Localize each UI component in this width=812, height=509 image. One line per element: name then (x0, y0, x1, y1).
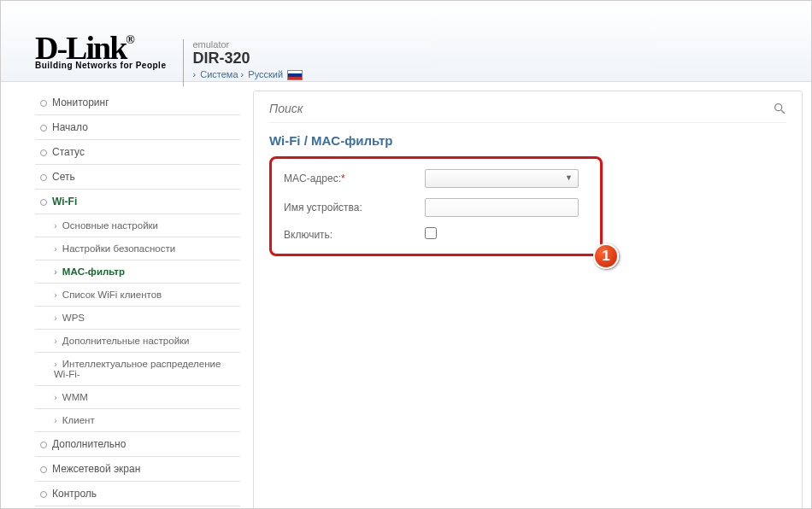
logo-subtitle: Building Networks for People (35, 61, 166, 70)
logo: D-Link® Building Networks for People (35, 9, 166, 70)
device-name-input[interactable] (425, 198, 579, 217)
breadcrumb-lang[interactable]: Русский (248, 69, 283, 79)
breadcrumb-system[interactable]: Система (200, 69, 238, 79)
ru-flag-icon[interactable] (287, 70, 303, 80)
sidebar-sub-wps[interactable]: WPS (35, 307, 240, 330)
sidebar-sub-advanced[interactable]: Дополнительные настройки (35, 330, 240, 353)
breadcrumb[interactable]: › Система › Русский (192, 69, 303, 80)
annotation-badge-1: 1 (593, 243, 619, 269)
sidebar-sub-smartdist[interactable]: Интеллектуальное распределение Wi-Fi- (35, 353, 240, 386)
sidebar-sub-macfilter[interactable]: MAC-фильтр (35, 260, 240, 284)
mac-address-label: MAC-адрес:* (284, 173, 416, 184)
device-name-label: Имя устройства: (284, 202, 416, 214)
svg-line-1 (781, 110, 785, 114)
sidebar-sub-wmm[interactable]: WMM (35, 386, 240, 409)
divider (183, 39, 184, 86)
mac-filter-form: MAC-адрес:* Имя устройства: Включить: 1 (269, 156, 603, 256)
sidebar-item-firewall[interactable]: Межсетевой экран (35, 457, 240, 482)
sidebar-item-start[interactable]: Начало (35, 115, 240, 140)
sidebar: Мониторинг Начало Статус Сеть Wi-Fi Осно… (35, 91, 240, 509)
sidebar-sub-basic[interactable]: Основные настройки (35, 214, 240, 237)
sidebar-item-wifi[interactable]: Wi-Fi (35, 190, 240, 214)
search-input[interactable] (269, 102, 773, 115)
chevron-right-icon: › (241, 69, 244, 79)
sidebar-item-monitoring[interactable]: Мониторинг (35, 91, 240, 115)
mac-address-select[interactable] (425, 169, 579, 188)
svg-point-0 (775, 104, 782, 111)
button-row: < Назад Применить 2 (269, 502, 786, 509)
search-icon[interactable] (773, 102, 786, 115)
header: D-Link® Building Networks for People emu… (1, 1, 811, 82)
enable-checkbox[interactable] (425, 227, 437, 239)
search-row (269, 102, 786, 123)
header-info: emulator DIR-320 › Система › Русский (192, 9, 303, 80)
sidebar-sub-client[interactable]: Клиент (35, 409, 240, 432)
main-panel: Wi-Fi / MAC-фильтр MAC-адрес:* Имя устро… (253, 91, 803, 509)
chevron-right-icon: › (192, 69, 196, 79)
emulator-label: emulator (192, 39, 303, 50)
sidebar-item-advanced[interactable]: Дополнительно (35, 432, 240, 457)
model-name: DIR-320 (192, 50, 303, 67)
sidebar-item-network[interactable]: Сеть (35, 165, 240, 190)
sidebar-item-status[interactable]: Статус (35, 140, 240, 165)
logo-text: D-Link® (35, 35, 166, 61)
sidebar-sub-clients[interactable]: Список WiFi клиентов (35, 284, 240, 307)
sidebar-sub-security[interactable]: Настройки безопасности (35, 237, 240, 260)
sidebar-item-control[interactable]: Контроль (35, 482, 240, 506)
page-title: Wi-Fi / MAC-фильтр (269, 133, 786, 148)
enable-label: Включить: (284, 229, 416, 241)
